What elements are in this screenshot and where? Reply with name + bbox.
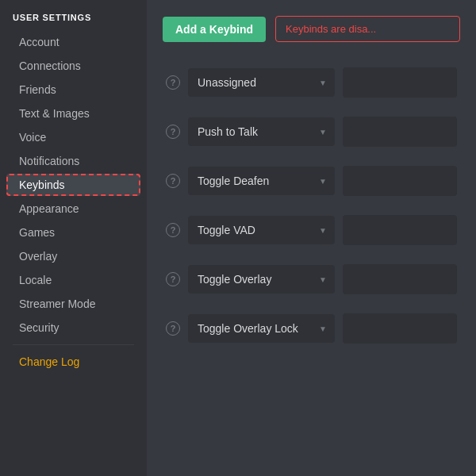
help-icon[interactable]: ? bbox=[166, 223, 180, 237]
action-select-toggle-overlay-lock[interactable]: Unassigned Push to Talk Toggle Deafen To… bbox=[188, 314, 335, 343]
sidebar-title: USER SETTINGS bbox=[0, 13, 147, 30]
changelog-label: Change Log bbox=[19, 355, 79, 368]
sidebar-item-voice[interactable]: Voice bbox=[6, 126, 140, 148]
keybind-input-toggle-overlay[interactable] bbox=[343, 264, 457, 294]
keybind-input-toggle-deafen[interactable] bbox=[343, 166, 457, 196]
sidebar-item-games[interactable]: Games bbox=[6, 221, 140, 244]
sidebar-item-connections[interactable]: Connections bbox=[6, 55, 140, 77]
sidebar-item-label: Streamer Mode bbox=[19, 298, 95, 310]
keybinds-disabled-badge: Keybinds are disa... bbox=[275, 16, 460, 42]
sidebar-item-label: Notifications bbox=[19, 155, 79, 167]
sidebar-item-text-images[interactable]: Text & Images bbox=[6, 102, 140, 125]
sidebar-item-security[interactable]: Security bbox=[6, 317, 140, 339]
keybind-row-toggle-overlay-lock: ? Unassigned Push to Talk Toggle Deafen … bbox=[163, 307, 460, 350]
action-select-wrapper: Unassigned Push to Talk Toggle Deafen To… bbox=[188, 117, 335, 146]
sidebar-item-label: Appearance bbox=[19, 202, 79, 215]
help-icon[interactable]: ? bbox=[166, 75, 180, 90]
sidebar-divider bbox=[13, 344, 134, 345]
keybind-row-unassigned: ? Unassigned Push to Talk Toggle Deafen … bbox=[163, 61, 460, 104]
action-select-wrapper: Unassigned Push to Talk Toggle Deafen To… bbox=[188, 314, 335, 343]
sidebar-item-keybinds[interactable]: Keybinds bbox=[6, 174, 140, 196]
sidebar-item-locale[interactable]: Locale bbox=[6, 269, 140, 291]
help-icon[interactable]: ? bbox=[166, 125, 180, 139]
keybind-input-unassigned[interactable] bbox=[343, 67, 457, 98]
sidebar-item-notifications[interactable]: Notifications bbox=[6, 150, 140, 172]
keybind-input-toggle-overlay-lock[interactable] bbox=[343, 313, 457, 344]
sidebar-item-label: Locale bbox=[19, 274, 52, 286]
help-icon[interactable]: ? bbox=[166, 321, 180, 336]
add-keybind-button[interactable]: Add a Keybind bbox=[163, 17, 266, 42]
sidebar-item-account[interactable]: Account bbox=[6, 31, 140, 53]
action-select-push-to-talk[interactable]: Unassigned Push to Talk Toggle Deafen To… bbox=[188, 117, 335, 146]
sidebar-item-label: Games bbox=[19, 226, 55, 239]
keybind-input-toggle-vad[interactable] bbox=[343, 215, 457, 245]
help-icon[interactable]: ? bbox=[166, 272, 180, 286]
action-select-wrapper: Unassigned Push to Talk Toggle Deafen To… bbox=[188, 167, 335, 195]
top-bar: Add a Keybind Keybinds are disa... bbox=[163, 16, 460, 42]
action-select-toggle-deafen[interactable]: Unassigned Push to Talk Toggle Deafen To… bbox=[188, 167, 335, 195]
keybind-row-toggle-overlay: ? Unassigned Push to Talk Toggle Deafen … bbox=[163, 258, 460, 301]
sidebar-item-label: Security bbox=[19, 321, 60, 334]
sidebar-item-changelog[interactable]: Change Log bbox=[6, 351, 140, 373]
sidebar-item-label: Voice bbox=[19, 131, 46, 144]
sidebar-item-label: Keybinds bbox=[19, 178, 65, 191]
sidebar-item-label: Account bbox=[19, 36, 60, 48]
keybind-row-push-to-talk: ? Unassigned Push to Talk Toggle Deafen … bbox=[163, 110, 460, 153]
sidebar: USER SETTINGS Account Connections Friend… bbox=[0, 0, 147, 476]
sidebar-item-label: Text & Images bbox=[19, 107, 90, 120]
sidebar-item-appearance[interactable]: Appearance bbox=[6, 198, 140, 220]
action-select-unassigned[interactable]: Unassigned Push to Talk Toggle Deafen To… bbox=[188, 68, 335, 97]
sidebar-item-overlay[interactable]: Overlay bbox=[6, 245, 140, 267]
sidebar-item-label: Connections bbox=[19, 60, 81, 72]
action-select-wrapper: Unassigned Push to Talk Toggle Deafen To… bbox=[188, 216, 335, 244]
main-content: Add a Keybind Keybinds are disa... ? Una… bbox=[147, 0, 476, 476]
help-icon[interactable]: ? bbox=[166, 174, 180, 188]
action-select-wrapper: Unassigned Push to Talk Toggle Deafen To… bbox=[188, 68, 335, 97]
sidebar-item-label: Friends bbox=[19, 83, 56, 96]
action-select-toggle-vad[interactable]: Unassigned Push to Talk Toggle Deafen To… bbox=[188, 216, 335, 244]
sidebar-item-streamer-mode[interactable]: Streamer Mode bbox=[6, 293, 140, 315]
action-select-toggle-overlay[interactable]: Unassigned Push to Talk Toggle Deafen To… bbox=[188, 265, 335, 294]
action-select-wrapper: Unassigned Push to Talk Toggle Deafen To… bbox=[188, 265, 335, 294]
sidebar-item-label: Overlay bbox=[19, 250, 57, 263]
sidebar-item-friends[interactable]: Friends bbox=[6, 79, 140, 101]
keybind-row-toggle-vad: ? Unassigned Push to Talk Toggle Deafen … bbox=[163, 209, 460, 251]
keybind-row-toggle-deafen: ? Unassigned Push to Talk Toggle Deafen … bbox=[163, 159, 460, 202]
keybind-input-push-to-talk[interactable] bbox=[343, 117, 457, 147]
